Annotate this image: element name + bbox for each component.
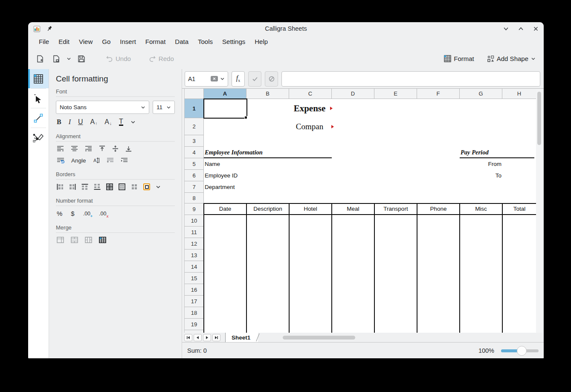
cell-from-label[interactable]: From [460, 158, 501, 170]
align-right-button[interactable] [85, 145, 92, 152]
row-header-6[interactable]: 6 [185, 170, 204, 181]
new-document-button[interactable] [34, 53, 46, 65]
row-header-17[interactable]: 17 [185, 296, 204, 307]
column-header-d[interactable]: D [332, 89, 374, 99]
currency-format-button[interactable]: $ [71, 210, 74, 217]
merge-vertical-button[interactable] [85, 237, 92, 243]
previous-sheet-button[interactable] [194, 334, 202, 341]
row-header-11[interactable]: 11 [185, 226, 204, 238]
cell-pay-period[interactable]: Pay Period [461, 147, 489, 158]
cell-header-misc[interactable]: Misc [460, 204, 502, 214]
minimize-button[interactable] [503, 26, 509, 32]
last-sheet-button[interactable] [212, 334, 220, 341]
border-right-button[interactable] [69, 183, 76, 190]
angle-button[interactable]: Angle [71, 157, 86, 164]
wrap-text-button[interactable] [57, 157, 64, 164]
vertical-scrollbar[interactable] [536, 89, 542, 333]
row-header-9[interactable]: 9 [185, 203, 204, 215]
font-family-select[interactable]: Noto Sans [56, 101, 149, 114]
vertical-scrollbar-thumb[interactable] [537, 92, 541, 145]
underline-button[interactable]: U [78, 118, 83, 126]
dissociate-cells-button[interactable] [99, 237, 106, 243]
align-middle-button[interactable] [112, 145, 119, 152]
menu-insert[interactable]: Insert [115, 37, 141, 46]
add-shape-button[interactable]: Add Shape [485, 53, 538, 64]
select-all-corner[interactable] [185, 89, 204, 99]
cell-reference-box[interactable]: A1 [185, 71, 228, 87]
cell-to-label[interactable]: To [460, 170, 501, 181]
increase-precision-button[interactable]: .00+ [83, 211, 90, 217]
row-header-14[interactable]: 14 [185, 261, 204, 273]
menu-format[interactable]: Format [141, 37, 171, 46]
redo-button[interactable]: Redo [147, 53, 176, 64]
row-header-20[interactable]: 20 [185, 330, 204, 333]
undo-button[interactable]: Undo [104, 53, 133, 64]
cancel-formula-button[interactable] [265, 71, 278, 87]
menu-go[interactable]: Go [97, 37, 115, 46]
close-button[interactable] [533, 26, 539, 32]
cell-department-label[interactable]: Department [205, 181, 235, 193]
formula-fx-button[interactable]: fx [232, 71, 245, 87]
open-recent-chevron-icon[interactable] [67, 56, 71, 61]
row-header-15[interactable]: 15 [185, 273, 204, 284]
row-header-2[interactable]: 2 [185, 118, 204, 135]
cell-header-meal[interactable]: Meal [332, 204, 374, 214]
cell-header-date[interactable]: Date [204, 204, 246, 214]
border-none-button[interactable] [131, 183, 138, 190]
merge-cells-button[interactable] [57, 237, 64, 243]
menu-file[interactable]: File [34, 37, 54, 46]
shrink-font-button[interactable]: A↓ [104, 118, 112, 126]
decrease-indent-button[interactable] [107, 157, 114, 163]
border-left-button[interactable] [57, 183, 64, 190]
row-header-7[interactable]: 7 [185, 181, 204, 193]
maximize-button[interactable] [518, 26, 524, 32]
percent-format-button[interactable]: % [57, 210, 62, 217]
zoom-slider-handle[interactable] [517, 346, 527, 356]
italic-button[interactable]: I [69, 118, 71, 126]
cell-selection-a1[interactable] [203, 99, 247, 119]
menu-settings[interactable]: Settings [217, 37, 250, 46]
format-button[interactable]: Format [442, 53, 476, 64]
column-header-f[interactable]: F [417, 89, 460, 99]
column-header-g[interactable]: G [460, 89, 502, 99]
next-sheet-button[interactable] [203, 334, 211, 341]
open-document-button[interactable] [50, 53, 62, 65]
vertical-text-button[interactable]: A [93, 157, 100, 164]
cell-header-transport[interactable]: Transport [375, 204, 417, 214]
border-all-button[interactable] [106, 183, 113, 190]
row-header-4[interactable]: 4 [185, 147, 204, 158]
border-bottom-button[interactable] [94, 183, 101, 190]
row-header-5[interactable]: 5 [185, 158, 204, 170]
save-button[interactable] [75, 53, 87, 65]
row-header-19[interactable]: 19 [185, 319, 204, 330]
menu-help[interactable]: Help [250, 37, 272, 46]
cell-employee-information[interactable]: Employee Information [205, 147, 263, 158]
row-header-3[interactable]: 3 [185, 135, 204, 147]
border-top-button[interactable] [81, 183, 88, 190]
first-sheet-button[interactable] [184, 334, 192, 341]
increase-indent-button[interactable] [121, 157, 128, 163]
column-header-b[interactable]: B [246, 89, 289, 99]
menu-view[interactable]: View [74, 37, 97, 46]
menu-tools[interactable]: Tools [193, 37, 217, 46]
menu-data[interactable]: Data [170, 37, 193, 46]
sheet-canvas[interactable]: A B C D E F G H 1 2 3 4 5 6 7 8 [184, 89, 536, 333]
border-outline-button[interactable] [119, 183, 125, 190]
font-color-button[interactable]: T [119, 118, 123, 126]
font-size-select[interactable]: 11 [153, 101, 175, 114]
shape-selection-tool-button[interactable] [28, 89, 49, 108]
row-header-1[interactable]: 1 [185, 99, 204, 118]
path-editing-tool-button[interactable] [28, 128, 49, 147]
horizontal-scrollbar-thumb[interactable] [283, 336, 355, 340]
border-color-button[interactable] [143, 183, 150, 190]
column-header-e[interactable]: E [374, 89, 417, 99]
row-header-16[interactable]: 16 [185, 284, 204, 296]
cell-header-description[interactable]: Description [247, 204, 289, 214]
formula-input[interactable] [281, 71, 540, 87]
align-left-button[interactable] [57, 145, 64, 152]
zoom-slider[interactable] [501, 346, 539, 356]
column-header-c[interactable]: C [289, 89, 332, 99]
row-header-18[interactable]: 18 [185, 307, 204, 319]
row-header-10[interactable]: 10 [185, 215, 204, 226]
align-center-button[interactable] [71, 145, 78, 152]
